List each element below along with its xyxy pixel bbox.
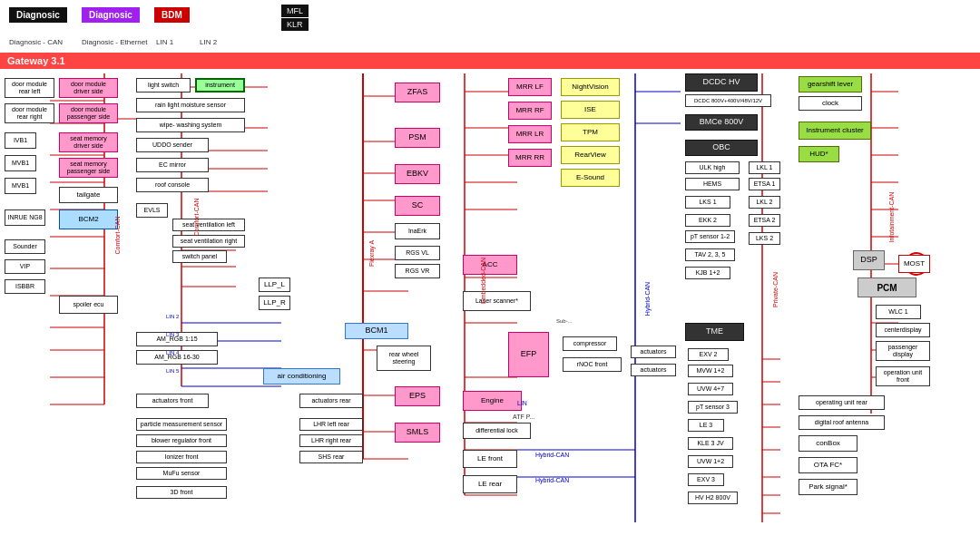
inrue-ng8: INRUE NG8 bbox=[5, 209, 45, 226]
dcdc-hv: DCDC HV bbox=[685, 73, 758, 92]
centerdisplay: centerdisplay bbox=[876, 323, 930, 337]
le3: LE 3 bbox=[688, 419, 724, 432]
lin-2-label: LIN 2 bbox=[166, 314, 179, 319]
etsa2: ETSA 2 bbox=[749, 214, 780, 227]
differential-lock: differential lock bbox=[463, 423, 531, 439]
lks1: LKS 1 bbox=[685, 196, 730, 209]
compressor: compressor bbox=[563, 336, 617, 351]
lin-5-label: LIN 5 bbox=[166, 368, 179, 374]
hv-h2: HV H2 800V bbox=[688, 492, 738, 504]
dcdc-label: DCDC 800V+400V/48V/12V bbox=[685, 94, 771, 107]
gateway-title: Gateway 3.1 bbox=[7, 55, 65, 66]
mfl-box: MFL bbox=[281, 5, 309, 17]
hybrid-can-le-front: Hybrid-CAN bbox=[535, 452, 569, 458]
zfas: ZFAS bbox=[395, 83, 440, 102]
dsp: DSP bbox=[853, 250, 885, 270]
operating-unit-rear: operating unit rear bbox=[799, 395, 885, 410]
lkl2: LKL 2 bbox=[749, 196, 780, 209]
switch-panel: switch panel bbox=[172, 250, 227, 263]
inaerk: InaErk bbox=[395, 223, 440, 239]
kle3: KLE 3 JV bbox=[688, 437, 733, 450]
lin-engine-label: LIN bbox=[517, 400, 527, 406]
engine: Engine bbox=[463, 391, 522, 411]
nightvision: NightVision bbox=[561, 78, 620, 96]
kjb: KJB 1+2 bbox=[685, 267, 730, 279]
digital-roof-antenna: digital roof antenna bbox=[799, 415, 885, 430]
tme: TME bbox=[685, 323, 744, 341]
seat-memory-driver: seat memorydriver side bbox=[59, 132, 118, 152]
llp-r: LLP_R bbox=[259, 296, 290, 310]
vip: VIP bbox=[5, 259, 45, 274]
gateway-bar: Gateway 3.1 bbox=[0, 53, 980, 69]
ise: ISE bbox=[561, 101, 620, 119]
most: MOST bbox=[898, 255, 930, 273]
llp-l: LLP_L bbox=[259, 278, 290, 292]
wipe-wash: wipe- washing system bbox=[136, 118, 245, 132]
lks2: LKS 2 bbox=[749, 232, 780, 245]
rain-sensor: rain light moisture sensor bbox=[136, 98, 245, 112]
actuators1: actuators bbox=[631, 346, 676, 358]
hybrid-can-label: Hybrid-CAN bbox=[644, 282, 651, 316]
exv3: EXV 3 bbox=[688, 473, 724, 486]
blower-front: blower regulator front bbox=[136, 434, 227, 447]
actuators-rear: actuators rear bbox=[299, 394, 363, 408]
acc: ACC bbox=[463, 255, 517, 275]
roof-console: roof console bbox=[136, 178, 209, 192]
top-bar: Diagnosic Diagnosic BDM MFL KLR Diagnosi… bbox=[0, 0, 980, 54]
seat-vent-left: seat ventilation left bbox=[172, 219, 245, 231]
mrr-rr: MRR RR bbox=[508, 149, 552, 167]
ionizer-front: Ionizer front bbox=[136, 451, 227, 463]
gearshift-lever: gearshift lever bbox=[799, 76, 862, 92]
bcm1: BCM1 bbox=[345, 323, 408, 339]
e-sound: E-Sound bbox=[561, 169, 620, 187]
clock: clock bbox=[799, 96, 862, 111]
evls: EVLS bbox=[136, 203, 168, 218]
diagram-container: Diagnosic Diagnosic BDM MFL KLR Diagnosi… bbox=[0, 0, 980, 555]
diagnostic-black: Diagnosic bbox=[9, 7, 67, 23]
ebkv: EBKV bbox=[395, 164, 440, 184]
hems: HEMS bbox=[685, 178, 740, 190]
uvw2: UVW 1+2 bbox=[688, 455, 733, 468]
psm: PSM bbox=[395, 128, 440, 148]
obc: OBC bbox=[685, 140, 758, 156]
rear-wheel-steering: rear wheelsteering bbox=[377, 346, 431, 371]
bdm-label: BDM bbox=[154, 7, 190, 23]
door-module-passenger: door modulepassenger side bbox=[59, 103, 118, 123]
ivb1: IVB1 bbox=[5, 132, 36, 149]
klr-box: KLR bbox=[281, 18, 309, 31]
park-signal: Park signal* bbox=[799, 479, 858, 495]
pt-sensor: pT sensor 1-2 bbox=[685, 230, 735, 243]
wlc1: WLC 1 bbox=[876, 305, 921, 319]
le-front: LE front bbox=[463, 450, 517, 468]
mrr-rf: MRR RF bbox=[508, 102, 552, 120]
light-switch: light switch bbox=[136, 78, 191, 92]
lin-3-label: LIN 3 bbox=[166, 332, 179, 337]
rgs-vl: RGS VL bbox=[395, 246, 440, 260]
spoiler-ecu: spoiler ecu bbox=[59, 296, 118, 314]
seat-vent-right: seat ventilation right bbox=[172, 235, 245, 248]
eps: EPS bbox=[395, 386, 440, 406]
lin2-label: LIN 2 bbox=[200, 38, 217, 46]
tav: TAV 2, 3, 5 bbox=[685, 248, 735, 261]
passenger-display: passengerdisplay bbox=[876, 341, 930, 361]
particle-sensor: particle measurement sensor bbox=[136, 418, 227, 431]
exv2: EXV 2 bbox=[688, 348, 729, 361]
3d-front: 3D front bbox=[136, 486, 227, 499]
actuators-front: actuators front bbox=[136, 394, 209, 408]
comfort-can-label: Comfort-CAN bbox=[114, 216, 121, 254]
lhr-left-rear: LHR left rear bbox=[299, 418, 363, 431]
mvw: MVW 1+2 bbox=[688, 365, 733, 377]
ec-mirror: EC mirror bbox=[136, 158, 209, 172]
laser-scanner: Laser scanner* bbox=[463, 291, 531, 311]
actuators2: actuators bbox=[631, 364, 676, 376]
lin1-label: LIN 1 bbox=[156, 38, 173, 46]
instrument-cluster: Instrument cluster bbox=[799, 122, 871, 140]
pcm: PCM bbox=[858, 278, 916, 297]
air-conditioning: air conditioning bbox=[263, 368, 340, 385]
operation-unit-front: operation unitfront bbox=[876, 366, 930, 386]
conbox: conBox bbox=[799, 435, 858, 452]
bcm2: BCM2 bbox=[59, 209, 118, 229]
diag-eth-label: Diagnosic - Ethernet bbox=[82, 38, 147, 46]
mrr-lr: MRR LR bbox=[508, 125, 552, 143]
atf-label: ATF P... bbox=[513, 414, 534, 420]
